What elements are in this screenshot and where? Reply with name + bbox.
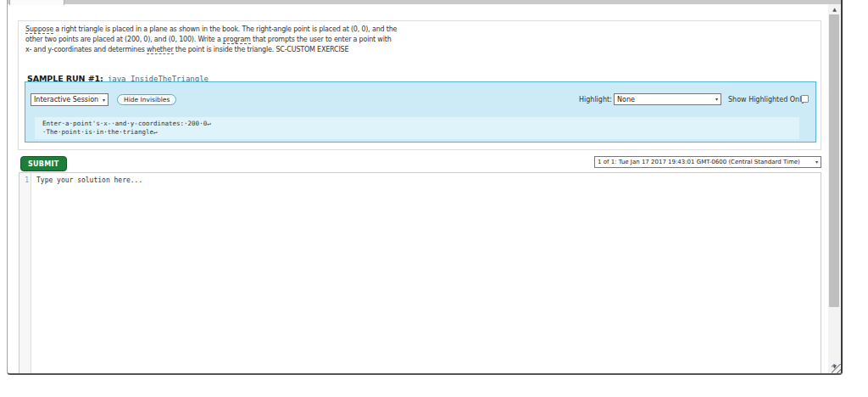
code-editor[interactable]: 1 Type your solution here... — [19, 172, 821, 375]
show-highlighted-only-checkbox[interactable] — [801, 95, 809, 103]
scroll-up-icon[interactable]: ▲ — [828, 4, 841, 14]
interactive-session-panel: Interactive Session ▾ Hide Invisibles Hi… — [25, 81, 816, 143]
submission-history-select[interactable]: 1 of 1: Tue Jan 17 2017 19:43:01 GMT-060… — [594, 156, 821, 168]
editor-line-number: 1 — [19, 176, 29, 185]
vertical-scrollbar[interactable]: ▲ ▼ — [828, 4, 841, 373]
glossary-term-link[interactable]: Suppose — [25, 25, 53, 34]
highlight-value: None — [617, 96, 635, 103]
hide-invisibles-label: Hide Invisibles — [124, 96, 170, 103]
description-text: the point is inside the triangle. SC-CUS… — [174, 46, 349, 53]
description-text: other two points are placed at (200, 0),… — [25, 36, 223, 43]
hide-invisibles-button[interactable]: Hide Invisibles — [117, 94, 176, 105]
console-line: Enter·a·point's·x-·and·y-coordinates:·20… — [42, 120, 799, 128]
editor-content[interactable]: Type your solution here... — [31, 173, 821, 375]
description-text: x- and y-coordinates and determines — [25, 46, 147, 53]
session-mode-value: Interactive Session — [34, 96, 98, 103]
description-text: that prompts the user to enter a point w… — [251, 36, 392, 43]
chevron-down-icon: ▾ — [103, 98, 105, 103]
show-highlighted-only-label: Show Highlighted Only — [728, 96, 805, 103]
glossary-term-link[interactable]: whether — [147, 46, 174, 54]
session-mode-select[interactable]: Interactive Session ▾ — [31, 93, 108, 106]
active-tab[interactable] — [9, 0, 64, 5]
chevron-down-icon: ▾ — [815, 159, 818, 165]
glossary-term-link[interactable]: program — [223, 36, 251, 44]
description-line: other two points are placed at (200, 0),… — [25, 35, 397, 45]
console-output: Enter·a·point's·x-·and·y-coordinates:·20… — [35, 117, 799, 139]
submit-button[interactable]: SUBMIT — [20, 156, 67, 171]
description-text: a right triangle is placed in a plane as… — [53, 25, 397, 33]
editor-gutter: 1 — [19, 173, 31, 375]
description-line: x- and y-coordinates and determines whet… — [25, 45, 397, 55]
exercise-card: Suppose a right triangle is placed in a … — [18, 20, 821, 150]
tab-bar — [8, 0, 841, 4]
console-line: ·The·point·is·in·the·triangle↵ — [42, 128, 799, 137]
submit-label: SUBMIT — [28, 160, 59, 168]
submission-history-value: 1 of 1: Tue Jan 17 2017 19:43:01 GMT-060… — [598, 159, 800, 165]
resize-grip-icon[interactable] — [832, 364, 841, 373]
exercise-description: Suppose a right triangle is placed in a … — [25, 25, 397, 55]
highlight-select[interactable]: None ▾ — [614, 93, 721, 105]
description-line: Suppose a right triangle is placed in a … — [25, 25, 397, 35]
scrollbar-thumb[interactable] — [829, 14, 839, 307]
exercise-widget-frame: Suppose a right triangle is placed in a … — [7, 0, 843, 375]
highlight-label: Highlight: — [579, 96, 612, 103]
chevron-down-icon: ▾ — [715, 97, 718, 102]
